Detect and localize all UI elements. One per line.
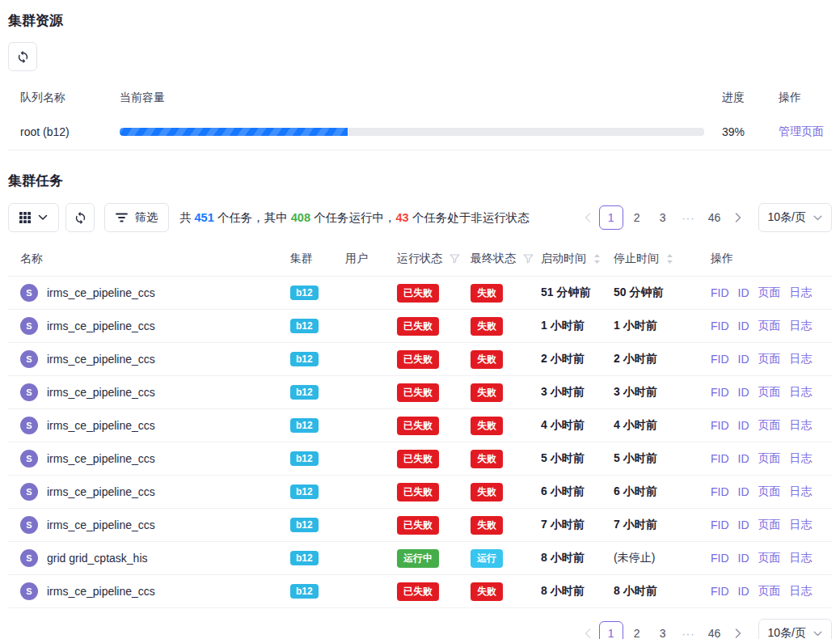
- cluster-badge: b12: [290, 319, 319, 333]
- action-link-log[interactable]: 日志: [790, 584, 813, 599]
- action-link-log[interactable]: 日志: [790, 319, 813, 333]
- chevron-right-icon[interactable]: [728, 205, 749, 231]
- chevron-right-icon[interactable]: [728, 620, 749, 639]
- task-name: grid grid_cptask_his: [47, 552, 148, 565]
- action-link-fid[interactable]: FID: [711, 485, 729, 498]
- action-link-fid[interactable]: FID: [711, 286, 729, 299]
- action-link-fid[interactable]: FID: [711, 386, 729, 399]
- action-link-page[interactable]: 页面: [758, 286, 781, 300]
- action-link-fid[interactable]: FID: [711, 552, 729, 565]
- action-cell: FIDID页面日志: [711, 319, 832, 333]
- stop-time: 2 小时前: [614, 352, 711, 366]
- avatar: S: [20, 284, 38, 302]
- action-link-page[interactable]: 页面: [758, 551, 781, 565]
- action-link-log[interactable]: 日志: [790, 551, 813, 565]
- action-link-log[interactable]: 日志: [790, 485, 813, 499]
- cluster-badge: b12: [290, 385, 319, 400]
- start-time: 4 小时前: [541, 418, 614, 433]
- action-link-log[interactable]: 日志: [790, 385, 813, 400]
- action-link-id[interactable]: ID: [738, 286, 749, 299]
- filter-lines-icon: [116, 213, 128, 222]
- action-link-id[interactable]: ID: [738, 353, 749, 366]
- action-link-fid[interactable]: FID: [711, 452, 729, 465]
- action-link-id[interactable]: ID: [738, 320, 749, 332]
- action-link-id[interactable]: ID: [738, 386, 749, 399]
- action-link-fid[interactable]: FID: [711, 353, 729, 366]
- stop-time: 50 分钟前: [614, 286, 711, 300]
- action-link-page[interactable]: 页面: [758, 385, 781, 400]
- action-link-page[interactable]: 页面: [758, 319, 781, 333]
- pagination-page-46[interactable]: 46: [703, 621, 727, 639]
- stop-time: 5 小时前: [614, 451, 711, 466]
- action-link-fid[interactable]: FID: [711, 320, 729, 332]
- sort-carets-icon[interactable]: [666, 253, 673, 264]
- action-link-page[interactable]: 页面: [758, 451, 781, 466]
- sort-carets-icon[interactable]: [593, 253, 601, 264]
- resource-row: root (b12) 39% 管理页面: [8, 113, 832, 150]
- manage-page-link[interactable]: 管理页面: [779, 125, 824, 138]
- pagination-page-2[interactable]: 2: [625, 205, 649, 230]
- action-link-fid[interactable]: FID: [711, 585, 729, 598]
- page-size-select[interactable]: 10条/页: [758, 619, 832, 639]
- chevron-down-icon: [813, 215, 822, 221]
- page-size-select[interactable]: 10条/页: [758, 203, 832, 232]
- action-link-page[interactable]: 页面: [758, 418, 781, 433]
- action-link-log[interactable]: 日志: [790, 451, 813, 466]
- page-size-value: 10条/页: [768, 210, 806, 225]
- final-status-badge: 失败: [471, 350, 503, 369]
- action-link-log[interactable]: 日志: [790, 518, 813, 532]
- total-count: 451: [195, 211, 214, 224]
- cluster-badge: b12: [290, 286, 319, 300]
- action-link-fid[interactable]: FID: [711, 518, 729, 531]
- start-time: 3 小时前: [541, 385, 614, 400]
- pagination-page-1[interactable]: 1: [599, 205, 623, 230]
- pagination-page-3[interactable]: 3: [651, 205, 675, 230]
- final-status-badge: 失败: [471, 284, 503, 303]
- action-link-fid[interactable]: FID: [711, 419, 729, 432]
- action-link-id[interactable]: ID: [738, 518, 749, 531]
- task-table-body: S irms_ce_pipeline_ccs b12 已失败 失败 51 分钟前…: [8, 277, 832, 608]
- layout-grid-button[interactable]: [8, 203, 59, 232]
- task-table: 名称 集群 用户 运行状态 最终状态 启动时间: [8, 243, 832, 608]
- capacity-progress-bar: [120, 128, 704, 136]
- task-name: irms_ce_pipeline_ccs: [47, 320, 155, 332]
- funnel-icon[interactable]: [523, 254, 534, 264]
- funnel-icon[interactable]: [450, 254, 460, 264]
- action-link-id[interactable]: ID: [738, 419, 749, 432]
- pagination-page-2[interactable]: 2: [625, 621, 649, 639]
- progress-value: 39%: [704, 125, 761, 138]
- page: 集群资源 队列名称 当前容量 进度 操作 root (b12) 39% 管理页面…: [0, 0, 840, 639]
- action-link-page[interactable]: 页面: [758, 485, 781, 499]
- start-time: 5 小时前: [541, 451, 614, 466]
- start-time: 7 小时前: [541, 518, 614, 532]
- table-row: S irms_ce_pipeline_ccs b12 已失败 失败 4 小时前 …: [8, 409, 832, 442]
- pagination-page-3[interactable]: 3: [651, 621, 675, 639]
- action-link-id[interactable]: ID: [738, 552, 749, 565]
- action-link-log[interactable]: 日志: [790, 286, 813, 300]
- task-name: irms_ce_pipeline_ccs: [47, 353, 155, 366]
- sync-icon: [16, 50, 30, 64]
- action-link-log[interactable]: 日志: [790, 418, 813, 433]
- action-link-page[interactable]: 页面: [758, 518, 781, 532]
- action-link-id[interactable]: ID: [738, 585, 749, 598]
- page-size-value: 10条/页: [768, 626, 806, 639]
- pagination-page-46[interactable]: 46: [703, 205, 727, 230]
- action-link-page[interactable]: 页面: [758, 352, 781, 366]
- action-link-id[interactable]: ID: [738, 485, 749, 498]
- action-link-id[interactable]: ID: [738, 452, 749, 465]
- table-row: S irms_ce_pipeline_ccs b12 已失败 失败 8 小时前 …: [8, 575, 832, 608]
- table-row: S irms_ce_pipeline_ccs b12 已失败 失败 7 小时前 …: [8, 509, 832, 542]
- tasks-title: 集群任务: [8, 171, 832, 190]
- filter-button-label: 筛选: [135, 210, 158, 225]
- pagination: 123···4610条/页: [577, 203, 832, 232]
- pagination-page-1[interactable]: 1: [599, 621, 623, 639]
- filter-button[interactable]: 筛选: [104, 203, 169, 232]
- resources-refresh-button[interactable]: [8, 42, 37, 71]
- table-row: S grid grid_cptask_his b12 运行中 运行 8 小时前 …: [8, 542, 832, 575]
- action-link-log[interactable]: 日志: [790, 352, 813, 366]
- avatar: S: [20, 483, 38, 501]
- tasks-refresh-button[interactable]: [65, 203, 95, 232]
- action-link-page[interactable]: 页面: [758, 584, 781, 599]
- resources-title: 集群资源: [8, 11, 832, 30]
- run-status-badge: 已失败: [397, 582, 439, 601]
